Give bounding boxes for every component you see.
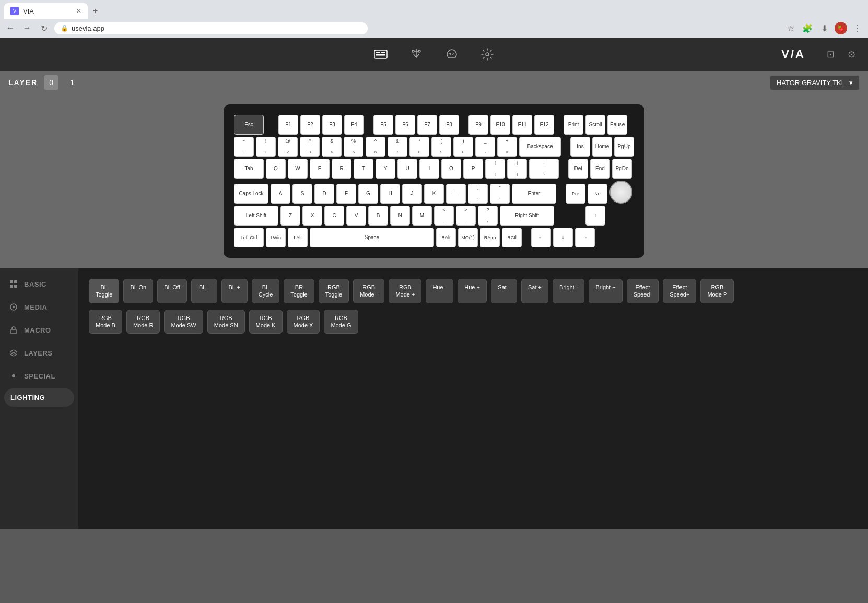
sidebar-item-basic[interactable]: BASIC xyxy=(0,273,78,295)
browser-tab[interactable]: V VIA ✕ xyxy=(4,3,88,19)
key-d[interactable]: D xyxy=(314,184,334,204)
key-pgup[interactable]: PgUp xyxy=(614,137,634,157)
key-ne[interactable]: Ne xyxy=(588,184,607,204)
key-w[interactable]: W xyxy=(288,159,308,179)
key-f3[interactable]: F3 xyxy=(322,115,342,135)
key-v[interactable]: V xyxy=(346,206,366,226)
key-right[interactable]: → xyxy=(575,228,595,247)
key-left[interactable]: ← xyxy=(531,228,551,247)
key-comma[interactable]: <, xyxy=(434,206,454,226)
rotary-encoder[interactable] xyxy=(609,181,632,204)
download-icon[interactable]: ⬇ xyxy=(818,22,830,34)
key-lalt[interactable]: LAlt xyxy=(288,228,308,247)
back-button[interactable]: ← xyxy=(4,22,17,34)
key-u[interactable]: U xyxy=(397,159,417,179)
usb-nav-icon[interactable] xyxy=(407,45,426,64)
key-e[interactable]: E xyxy=(310,159,330,179)
key-i[interactable]: I xyxy=(419,159,439,179)
key-left-ctrl[interactable]: Left Ctrl xyxy=(234,228,264,247)
key-pre[interactable]: Pre xyxy=(566,184,585,204)
key-tab[interactable]: Tab xyxy=(234,159,264,179)
key-r[interactable]: R xyxy=(332,159,351,179)
key-m[interactable]: M xyxy=(412,206,432,226)
tab-close-button[interactable]: ✕ xyxy=(76,7,81,15)
panel-key-bl-plus[interactable]: BL + xyxy=(221,279,248,303)
panel-key-br-toggle[interactable]: BRToggle xyxy=(284,279,314,303)
key-end[interactable]: End xyxy=(590,159,610,179)
key-z[interactable]: Z xyxy=(280,206,300,226)
menu-icon[interactable]: ⋮ xyxy=(851,22,864,34)
key-f8[interactable]: F8 xyxy=(439,115,459,135)
key-backspace[interactable]: Backspace xyxy=(519,137,561,157)
sidebar-item-lighting[interactable]: LIGHTING xyxy=(4,388,74,407)
forward-button[interactable]: → xyxy=(21,22,33,34)
key-lwin[interactable]: LWin xyxy=(266,228,286,247)
key-3[interactable]: #3 xyxy=(300,137,320,157)
panel-key-sat-plus[interactable]: Sat + xyxy=(521,279,548,303)
panel-key-sat-minus[interactable]: Sat - xyxy=(491,279,517,303)
key-minus[interactable]: _- xyxy=(475,137,495,157)
panel-key-rgb-toggle[interactable]: RGBToggle xyxy=(319,279,349,303)
user-avatar[interactable]: 🍓 xyxy=(835,22,847,34)
key-capslock[interactable]: Caps Lock xyxy=(234,184,268,204)
key-f5[interactable]: F5 xyxy=(373,115,393,135)
panel-key-bright-minus[interactable]: Bright - xyxy=(553,279,584,303)
key-a[interactable]: A xyxy=(271,184,290,204)
key-f10[interactable]: F10 xyxy=(490,115,510,135)
sidebar-item-layers[interactable]: LAYERS xyxy=(0,341,78,364)
key-1[interactable]: !1 xyxy=(256,137,276,157)
github-icon[interactable]: ⊙ xyxy=(845,48,858,61)
keyboard-selector[interactable]: HATOR GRAVITY TKL ▾ xyxy=(770,75,860,90)
key-slash[interactable]: ?/ xyxy=(478,206,498,226)
key-pause[interactable]: Pause xyxy=(607,115,627,135)
key-t[interactable]: T xyxy=(354,159,373,179)
key-7[interactable]: &7 xyxy=(388,137,407,157)
key-f11[interactable]: F11 xyxy=(512,115,532,135)
key-print[interactable]: Print xyxy=(564,115,583,135)
key-ralt[interactable]: RAlt xyxy=(436,228,456,247)
address-bar[interactable]: 🔒 usevia.app xyxy=(54,22,368,34)
key-f4[interactable]: F4 xyxy=(344,115,364,135)
key-l[interactable]: L xyxy=(446,184,466,204)
key-scroll[interactable]: Scroll xyxy=(585,115,605,135)
panel-key-rgb-mode-plus[interactable]: RGBMode + xyxy=(389,279,421,303)
key-f7[interactable]: F7 xyxy=(417,115,437,135)
key-f9[interactable]: F9 xyxy=(468,115,488,135)
key-x[interactable]: X xyxy=(302,206,322,226)
key-ins[interactable]: Ins xyxy=(570,137,590,157)
discord-icon[interactable]: ⊡ xyxy=(824,48,837,61)
panel-key-rgb-mode-b[interactable]: RGBMode B xyxy=(89,310,122,334)
key-rctl[interactable]: RCtl xyxy=(502,228,522,247)
new-tab-button[interactable]: + xyxy=(88,3,103,19)
key-grave[interactable]: ~` xyxy=(234,137,254,157)
key-period[interactable]: >. xyxy=(456,206,476,226)
key-f[interactable]: F xyxy=(336,184,356,204)
panel-key-rgb-mode-sn[interactable]: RGBMode SN xyxy=(207,310,245,334)
key-8[interactable]: *8 xyxy=(409,137,429,157)
panel-key-effect-speed-minus[interactable]: EffectSpeed- xyxy=(627,279,659,303)
bookmark-icon[interactable]: ☆ xyxy=(784,22,797,34)
panel-key-rgb-mode-minus[interactable]: RGBMode - xyxy=(353,279,384,303)
sidebar-item-special[interactable]: SPECIAL xyxy=(0,364,78,387)
panel-key-rgb-mode-sw[interactable]: RGBMode SW xyxy=(164,310,203,334)
key-o[interactable]: O xyxy=(441,159,461,179)
extensions-icon[interactable]: 🧩 xyxy=(801,22,814,34)
key-b[interactable]: B xyxy=(368,206,388,226)
panel-key-bl-toggle[interactable]: BLToggle xyxy=(89,279,119,303)
key-home[interactable]: Home xyxy=(592,137,612,157)
key-s[interactable]: S xyxy=(292,184,312,204)
key-rapp[interactable]: RApp xyxy=(480,228,500,247)
key-f12[interactable]: F12 xyxy=(534,115,554,135)
settings-nav-icon[interactable] xyxy=(478,45,497,64)
key-enter[interactable]: Enter xyxy=(512,184,556,204)
panel-key-rgb-mode-p[interactable]: RGBMode P xyxy=(700,279,734,303)
key-4[interactable]: $4 xyxy=(322,137,342,157)
sidebar-item-macro[interactable]: MACRO xyxy=(0,318,78,341)
panel-key-hue-plus[interactable]: Hue + xyxy=(458,279,487,303)
controller-nav-icon[interactable] xyxy=(442,45,461,64)
refresh-button[interactable]: ↻ xyxy=(38,22,50,34)
key-y[interactable]: Y xyxy=(376,159,395,179)
panel-key-bl-off[interactable]: BL Off xyxy=(157,279,187,303)
key-backslash[interactable]: |\ xyxy=(529,159,559,179)
panel-key-bl-minus[interactable]: BL - xyxy=(191,279,217,303)
